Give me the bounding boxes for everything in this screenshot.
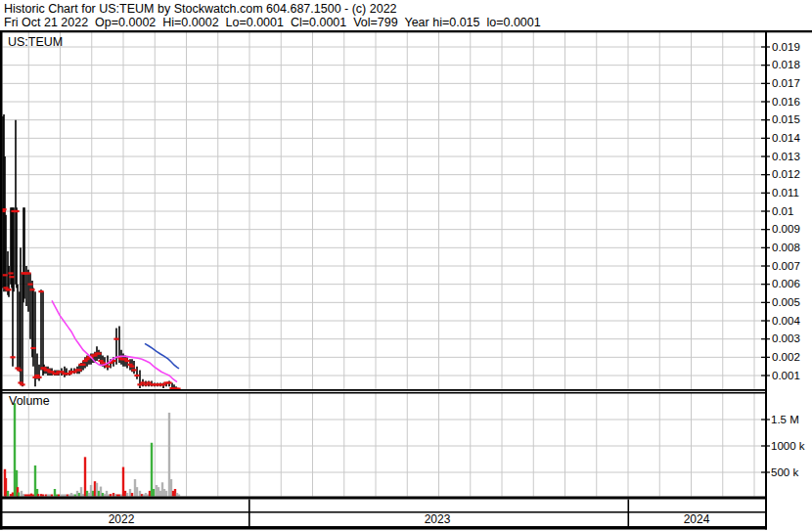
price-axis-label: 0.016 xyxy=(772,96,811,109)
price-axis-label: 0.012 xyxy=(772,168,811,181)
price-axis-label: 0.009 xyxy=(772,223,811,236)
year-label: 2024 xyxy=(684,513,710,526)
year-label: 2022 xyxy=(109,513,135,526)
volume-panel-label: Volume xyxy=(9,394,50,408)
year-label: 2023 xyxy=(425,513,451,526)
price-axis-label: 0.008 xyxy=(772,242,811,254)
moving-average-blue xyxy=(145,343,179,369)
price-axis-label: 0.004 xyxy=(772,315,811,328)
chart-borders xyxy=(0,30,812,530)
stock-chart-canvas xyxy=(0,0,812,531)
price-axis-label: 0.017 xyxy=(772,77,811,90)
chart-gridlines xyxy=(3,32,766,497)
price-axis-label: 0.015 xyxy=(772,113,811,126)
price-axis-label: 0.002 xyxy=(772,351,811,364)
stockwatch-historic-chart: Historic Chart for US:TEUM by Stockwatch… xyxy=(0,0,812,531)
volume-axis-label: 1.5 M xyxy=(771,414,812,426)
price-axis-label: 0.006 xyxy=(772,278,811,290)
volume-axis-label: 500 k xyxy=(771,466,812,479)
price-axis-label: 0.011 xyxy=(772,187,811,199)
price-axis-label: 0.013 xyxy=(772,151,811,163)
price-axis-label: 0.003 xyxy=(772,332,811,345)
price-axis-label: 0.018 xyxy=(772,59,811,71)
volume-axis-label: 1000 k xyxy=(771,440,812,453)
price-axis-label: 0.019 xyxy=(772,41,811,54)
price-axis-label: 0.007 xyxy=(772,260,811,273)
price-axis-label: 0.001 xyxy=(772,370,811,382)
price-axis-label: 0.014 xyxy=(772,132,811,145)
price-axis-label: 0.005 xyxy=(772,296,811,309)
price-axis-label: 0.01 xyxy=(772,205,811,218)
symbol-label: US:TEUM xyxy=(8,35,63,49)
